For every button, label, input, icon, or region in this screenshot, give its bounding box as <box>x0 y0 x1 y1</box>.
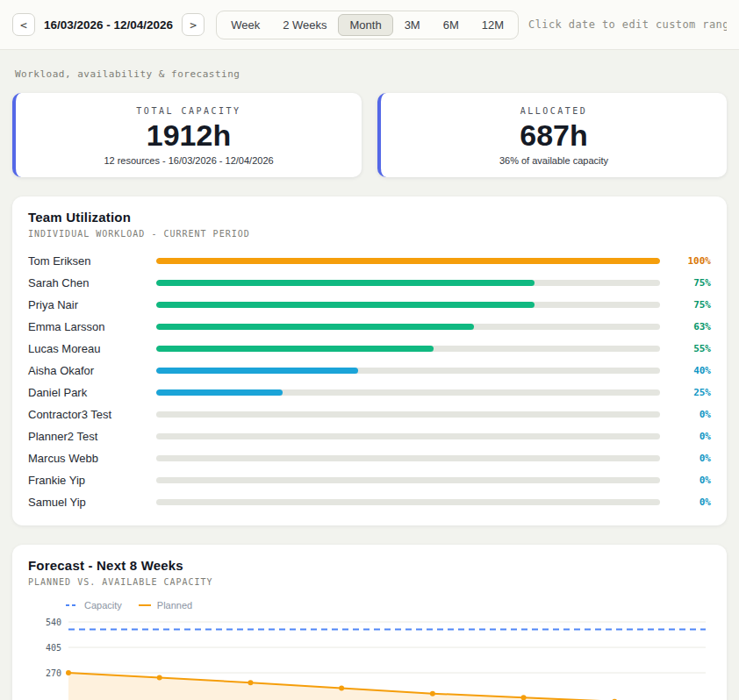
member-name: Sarah Chen <box>28 276 144 289</box>
forecast-chart: 540405270 <box>28 614 711 700</box>
member-name: Marcus Webb <box>28 452 144 465</box>
utilization-percent: 0% <box>672 475 711 486</box>
utilization-bar-fill <box>156 389 283 396</box>
legend-label: Planned <box>157 600 192 611</box>
utilization-bar-track <box>156 499 660 505</box>
page-subtitle: Workload, availability & forecasting <box>0 50 739 93</box>
view-option-week[interactable]: Week <box>219 14 271 36</box>
utilization-percent: 0% <box>672 409 711 420</box>
utilization-bar-track <box>156 258 660 264</box>
member-name: Priya Nair <box>28 298 144 311</box>
forecast-title: Forecast - Next 8 Weeks <box>28 558 711 573</box>
legend-label: Capacity <box>84 600 122 611</box>
utilization-percent: 0% <box>672 453 711 464</box>
utilization-row: Priya Nair75% <box>28 294 711 316</box>
card-label: ALLOCATED <box>390 106 718 116</box>
member-name: Emma Larsson <box>28 320 144 333</box>
prev-period-button[interactable]: < <box>12 13 35 36</box>
utilization-bar-track <box>156 411 660 418</box>
card-value: 1912h <box>25 118 353 153</box>
utilization-bar-track <box>156 455 660 461</box>
utilization-rows: Tom Eriksen100%Sarah Chen75%Priya Nair75… <box>28 250 711 513</box>
utilization-percent: 55% <box>672 343 711 354</box>
view-option-2-weeks[interactable]: 2 Weeks <box>271 14 338 36</box>
utilization-percent: 25% <box>672 387 711 398</box>
team-utilization-title: Team Utilization <box>28 210 711 225</box>
legend-marker-icon <box>65 602 79 609</box>
utilization-row: Frankie Yip0% <box>28 469 711 491</box>
card-label: TOTAL CAPACITY <box>25 106 353 116</box>
utilization-bar-track <box>156 346 660 352</box>
member-name: Planner2 Test <box>28 430 144 443</box>
utilization-row: Samuel Yip0% <box>28 491 711 513</box>
utilization-percent: 0% <box>672 496 711 508</box>
utilization-row: Emma Larsson63% <box>28 316 711 338</box>
utilization-bar-track <box>156 302 660 308</box>
utilization-row: Aisha Okafor40% <box>28 360 711 382</box>
view-option-month[interactable]: Month <box>338 14 392 36</box>
utilization-bar-track <box>156 324 660 330</box>
custom-range-hint: Click date to edit custom range <box>528 18 727 31</box>
member-name: Frankie Yip <box>28 474 144 487</box>
utilization-bar-track <box>156 368 660 374</box>
team-utilization-panel: Team Utilization INDIVIDUAL WORKLOAD - C… <box>12 196 727 525</box>
utilization-row: Daniel Park25% <box>28 382 711 404</box>
utilization-percent: 75% <box>672 299 711 311</box>
member-name: Tom Eriksen <box>28 254 144 268</box>
view-segmented: Week2 WeeksMonth3M6M12M <box>216 11 519 39</box>
forecast-chart-svg: 540405270 <box>28 614 713 700</box>
utilization-percent: 40% <box>672 365 711 376</box>
view-option-6m[interactable]: 6M <box>432 14 470 36</box>
utilization-percent: 75% <box>672 277 711 289</box>
utilization-bar-fill <box>156 258 660 264</box>
utilization-percent: 0% <box>672 431 711 442</box>
member-name: Aisha Okafor <box>28 364 144 377</box>
legend-marker-icon <box>138 602 152 609</box>
member-name: Daniel Park <box>28 386 144 399</box>
utilization-bar-track <box>156 433 660 439</box>
card-value: 687h <box>390 118 718 153</box>
utilization-bar-fill <box>156 368 358 374</box>
forecast-subtitle: PLANNED VS. AVAILABLE CAPACITY <box>28 577 711 587</box>
legend-item-planned: Planned <box>138 600 192 611</box>
utilization-row: Marcus Webb0% <box>28 447 711 469</box>
utilization-bar-track <box>156 280 660 286</box>
forecast-panel: Forecast - Next 8 Weeks PLANNED VS. AVAI… <box>12 545 727 700</box>
svg-text:405: 405 <box>46 643 61 653</box>
member-name: Samuel Yip <box>28 496 144 509</box>
summary-cards: TOTAL CAPACITY1912h12 resources - 16/03/… <box>0 93 739 177</box>
next-period-button[interactable]: > <box>182 13 204 36</box>
member-name: Lucas Moreau <box>28 342 144 355</box>
utilization-row: Contractor3 Test0% <box>28 404 711 425</box>
utilization-bar-fill <box>156 302 535 308</box>
forecast-legend: CapacityPlanned <box>65 600 711 611</box>
utilization-row: Planner2 Test0% <box>28 425 711 447</box>
summary-card-allocated: ALLOCATED687h36% of available capacity <box>377 93 727 177</box>
utilization-bar-track <box>156 477 660 483</box>
team-utilization-subtitle: INDIVIDUAL WORKLOAD - CURRENT PERIOD <box>28 229 711 239</box>
utilization-row: Tom Eriksen100% <box>28 250 711 272</box>
utilization-bar-fill <box>156 346 434 352</box>
utilization-bar-track <box>156 389 660 396</box>
svg-text:540: 540 <box>46 618 61 627</box>
utilization-bar-fill <box>156 280 535 286</box>
card-caption: 12 resources - 16/03/2026 - 12/04/2026 <box>25 155 353 166</box>
legend-item-capacity: Capacity <box>65 600 122 611</box>
view-option-3m[interactable]: 3M <box>393 14 432 36</box>
utilization-bar-fill <box>156 324 474 330</box>
view-option-12m[interactable]: 12M <box>470 14 515 36</box>
summary-card-total-capacity: TOTAL CAPACITY1912h12 resources - 16/03/… <box>12 93 362 177</box>
utilization-row: Sarah Chen75% <box>28 272 711 294</box>
date-range[interactable]: 16/03/2026 - 12/04/2026 <box>44 18 173 32</box>
utilization-percent: 100% <box>672 255 711 267</box>
toolbar: < 16/03/2026 - 12/04/2026 > Week2 WeeksM… <box>0 0 739 50</box>
member-name: Contractor3 Test <box>28 408 144 421</box>
utilization-percent: 63% <box>672 321 711 332</box>
card-caption: 36% of available capacity <box>390 155 718 166</box>
utilization-row: Lucas Moreau55% <box>28 338 711 360</box>
svg-text:270: 270 <box>46 668 61 678</box>
